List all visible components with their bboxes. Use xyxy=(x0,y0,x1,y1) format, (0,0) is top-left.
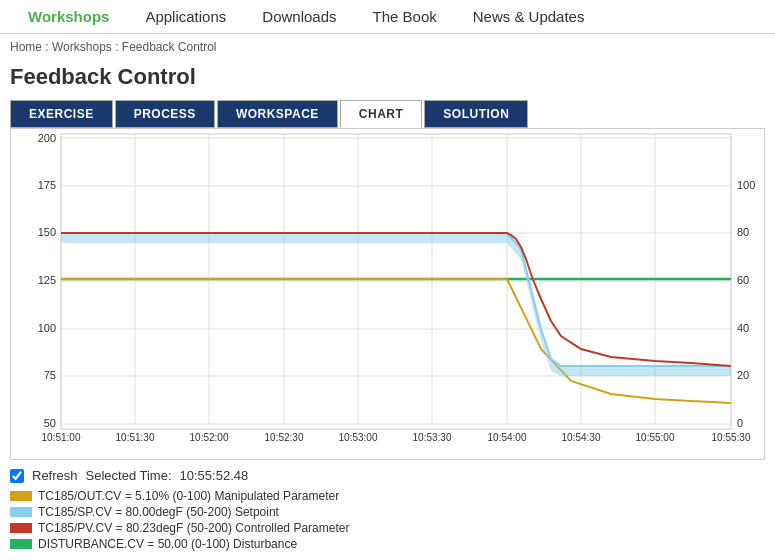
nav-news-updates[interactable]: News & Updates xyxy=(455,0,603,33)
svg-text:0: 0 xyxy=(737,417,743,429)
tab-workspace[interactable]: WORKSPACE xyxy=(217,100,338,128)
legend-color-yellow xyxy=(10,491,32,501)
legend-color-green xyxy=(10,539,32,549)
refresh-label: Refresh xyxy=(32,468,78,483)
legend-text-0: TC185/OUT.CV = 5.10% (0-100) Manipulated… xyxy=(38,489,339,503)
breadcrumb: Home : Workshops : Feedback Control xyxy=(0,34,775,60)
svg-text:10:52:00: 10:52:00 xyxy=(190,432,229,443)
chart-container: 50 75 100 125 150 175 200 0 20 40 60 80 … xyxy=(10,128,765,460)
legend-item-1: TC185/SP.CV = 80.00degF (50-200) Setpoin… xyxy=(10,505,765,519)
tab-chart[interactable]: CHART xyxy=(340,100,423,128)
legend-item-0: TC185/OUT.CV = 5.10% (0-100) Manipulated… xyxy=(10,489,765,503)
svg-text:60: 60 xyxy=(737,274,749,286)
refresh-row: Refresh Selected Time: 10:55:52.48 xyxy=(10,468,765,483)
svg-text:10:53:00: 10:53:00 xyxy=(339,432,378,443)
svg-text:10:52:30: 10:52:30 xyxy=(265,432,304,443)
svg-text:40: 40 xyxy=(737,322,749,334)
svg-text:50: 50 xyxy=(44,417,56,429)
selected-time-value: 10:55:52.48 xyxy=(180,468,249,483)
page-title: Feedback Control xyxy=(0,60,775,100)
legend-text-2: TC185/PV.CV = 80.23degF (50-200) Control… xyxy=(38,521,349,535)
nav-workshops[interactable]: Workshops xyxy=(10,0,127,33)
svg-text:125: 125 xyxy=(38,274,56,286)
svg-text:10:54:00: 10:54:00 xyxy=(488,432,527,443)
tab-process[interactable]: PROCESS xyxy=(115,100,215,128)
nav-the-book[interactable]: The Book xyxy=(355,0,455,33)
svg-text:150: 150 xyxy=(38,226,56,238)
nav-downloads[interactable]: Downloads xyxy=(244,0,354,33)
svg-text:75: 75 xyxy=(44,369,56,381)
svg-text:10:55:00: 10:55:00 xyxy=(636,432,675,443)
svg-text:100: 100 xyxy=(38,322,56,334)
tab-bar: EXERCISE PROCESS WORKSPACE CHART SOLUTIO… xyxy=(0,100,775,128)
legend-color-blue xyxy=(10,507,32,517)
nav-applications[interactable]: Applications xyxy=(127,0,244,33)
svg-text:100: 100 xyxy=(737,179,755,191)
tab-solution[interactable]: SOLUTION xyxy=(424,100,528,128)
legend-item-2: TC185/PV.CV = 80.23degF (50-200) Control… xyxy=(10,521,765,535)
legend-item-3: DISTURBANCE.CV = 50.00 (0-100) Disturban… xyxy=(10,537,765,551)
legend-area: Refresh Selected Time: 10:55:52.48 TC185… xyxy=(0,460,775,555)
selected-time-label: Selected Time: xyxy=(86,468,172,483)
legend-text-3: DISTURBANCE.CV = 50.00 (0-100) Disturban… xyxy=(38,537,297,551)
svg-text:10:51:30: 10:51:30 xyxy=(116,432,155,443)
refresh-checkbox[interactable] xyxy=(10,469,24,483)
tab-exercise[interactable]: EXERCISE xyxy=(10,100,113,128)
main-nav: Workshops Applications Downloads The Boo… xyxy=(0,0,775,34)
svg-text:80: 80 xyxy=(737,226,749,238)
svg-text:175: 175 xyxy=(38,179,56,191)
svg-text:200: 200 xyxy=(38,132,56,144)
legend-items: TC185/OUT.CV = 5.10% (0-100) Manipulated… xyxy=(10,489,765,551)
svg-text:20: 20 xyxy=(737,369,749,381)
chart-svg: 50 75 100 125 150 175 200 0 20 40 60 80 … xyxy=(11,129,766,459)
legend-text-1: TC185/SP.CV = 80.00degF (50-200) Setpoin… xyxy=(38,505,279,519)
legend-color-red xyxy=(10,523,32,533)
svg-text:10:54:30: 10:54:30 xyxy=(562,432,601,443)
svg-text:10:53:30: 10:53:30 xyxy=(413,432,452,443)
svg-text:10:51:00: 10:51:00 xyxy=(42,432,81,443)
svg-text:10:55:30: 10:55:30 xyxy=(712,432,751,443)
